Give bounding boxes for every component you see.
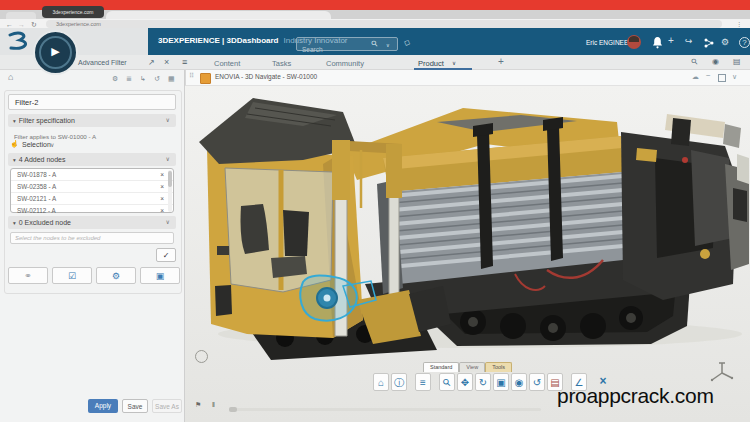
subbar-comment-icon[interactable]: ▤: [733, 57, 741, 67]
save-as-button[interactable]: Save As: [152, 399, 182, 413]
checklist-tool-button[interactable]: ☑: [52, 267, 92, 284]
viewer-tab-standard[interactable]: Standard: [423, 362, 459, 372]
panel-gear-icon[interactable]: ⚙: [112, 74, 118, 83]
close-panel-icon[interactable]: ×: [164, 57, 169, 67]
expand-panel-icon[interactable]: ↗: [148, 58, 155, 68]
added-nodes-list: SW-01878 - A× SW-02358 - A× SW-02121 - A…: [10, 168, 174, 213]
tab-tasks[interactable]: Tasks: [272, 59, 291, 68]
share-nodes-icon[interactable]: [704, 38, 714, 48]
remove-node-icon[interactable]: ×: [160, 205, 164, 216]
list-scrollbar[interactable]: [168, 170, 172, 212]
minimize-icon[interactable]: −: [706, 71, 711, 80]
engine-block: [621, 114, 749, 300]
browser-tab-stub[interactable]: [6, 12, 36, 19]
search-chevron-icon[interactable]: ∨: [386, 40, 390, 50]
confirm-check-button[interactable]: ✓: [156, 248, 176, 262]
panel-grid-icon[interactable]: ▦: [168, 74, 175, 83]
chevron-down-icon[interactable]: ∨: [166, 114, 170, 127]
node-row[interactable]: SW-02121 - A×: [11, 193, 173, 205]
watermark-text: proappcrack.com: [557, 384, 714, 408]
3d-model-drill-rig[interactable]: [185, 88, 750, 360]
caret-icon: ▾: [13, 118, 16, 124]
add-tab-icon[interactable]: +: [498, 56, 504, 67]
panel-title: Advanced Filter: [78, 59, 127, 66]
notifications-bell-icon[interactable]: [653, 37, 662, 49]
viewer-tab-view[interactable]: View: [459, 362, 485, 372]
browser-tab[interactable]: 3dexperience.com: [42, 6, 104, 18]
help-icon[interactable]: ?: [739, 37, 750, 48]
save-button[interactable]: Save: [122, 399, 148, 413]
excluded-nodes-input[interactable]: [10, 232, 174, 244]
viewer-rotate-button[interactable]: ↻: [475, 373, 491, 391]
widget-title: ENOVIA - 3D Navigate - SW-01000: [215, 73, 317, 80]
filter-spec-header[interactable]: ▾Filter specification ∨: [8, 114, 176, 127]
panel-filter-icon[interactable]: ≣: [126, 74, 132, 83]
3ds-logo: [4, 31, 32, 52]
viewer-fit-button[interactable]: ▣: [493, 373, 509, 391]
filter-name-field[interactable]: Filter-2: [8, 94, 176, 110]
apply-button[interactable]: Apply: [88, 399, 118, 413]
3dcompass-icon[interactable]: ▶: [33, 30, 78, 75]
excluded-nodes-header[interactable]: ▾0 Excluded node ∨: [8, 216, 176, 229]
timeline-flag-icon[interactable]: ⚑: [195, 401, 201, 409]
viewer-zoom-button[interactable]: ⚲: [439, 373, 455, 391]
timeline-slider[interactable]: [229, 408, 541, 411]
panel-branch-icon[interactable]: ↳: [140, 74, 146, 83]
node-row[interactable]: SW-02358 - A×: [11, 181, 173, 193]
axis-triad-icon: [709, 360, 735, 384]
added-nodes-header[interactable]: ▾4 Added nodes ∨: [8, 153, 176, 166]
gear-tool-button[interactable]: ⚙: [96, 267, 136, 284]
link-tool-button[interactable]: ⚭: [8, 267, 48, 284]
selection-label[interactable]: Selection: [22, 141, 51, 148]
user-name[interactable]: Eric ENGINEER: [586, 39, 633, 46]
share-icon[interactable]: ↪: [685, 36, 693, 46]
viewer-orbit-button[interactable]: ◉: [511, 373, 527, 391]
pause-icon[interactable]: ‖: [212, 401, 215, 408]
screen: 3dexperience.com ← → ↻ 3dexperience.com …: [0, 0, 750, 422]
enovia-badge-icon: [200, 73, 211, 84]
browser-top-bar: [0, 0, 750, 10]
filter-applies-to: Filter applies to SW-01000 - A: [14, 133, 96, 140]
ground-mode-icon[interactable]: [195, 350, 208, 363]
chevron-down-icon[interactable]: ∨: [166, 153, 170, 166]
viewer-tab-tools[interactable]: Tools: [485, 362, 512, 372]
tab-community[interactable]: Community: [326, 59, 364, 68]
remove-node-icon[interactable]: ×: [160, 181, 164, 192]
node-row[interactable]: SW-01878 - A×: [11, 169, 173, 181]
tab-content[interactable]: Content: [214, 59, 240, 68]
viewer-toolbar-tabs: Standard View Tools: [423, 362, 512, 372]
subbar-eye-icon[interactable]: ◉: [712, 57, 719, 67]
home-icon[interactable]: ⌂: [8, 73, 13, 82]
play-icon: ▶: [35, 45, 76, 58]
viewer-info-button[interactable]: ⓘ: [391, 373, 407, 391]
add-icon[interactable]: +: [668, 36, 674, 46]
viewer-home-button[interactable]: ⌂: [373, 373, 389, 391]
user-avatar[interactable]: [627, 35, 641, 49]
3d-viewport[interactable]: Standard View Tools ⌂ ⓘ ≡ ⚲ ✥ ↻ ▣ ◉ ↺ ▤ …: [185, 86, 750, 422]
global-search: [296, 37, 398, 51]
widget-chevron-icon[interactable]: ∨: [732, 72, 737, 81]
tools-icon[interactable]: ⚙: [721, 37, 729, 47]
hamburger-icon[interactable]: ≡: [182, 57, 187, 67]
chevron-down-icon[interactable]: ∨: [166, 216, 170, 229]
cloud-icon[interactable]: ☁: [692, 72, 699, 81]
widget-grip-icon[interactable]: ⠿: [189, 72, 194, 80]
viewer-turntable-button[interactable]: ↺: [529, 373, 545, 391]
selection-chevron-icon[interactable]: ∨: [50, 141, 54, 148]
remove-node-icon[interactable]: ×: [160, 193, 164, 204]
viewer-pan-button[interactable]: ✥: [457, 373, 473, 391]
maximize-icon[interactable]: [718, 74, 726, 82]
selection-hand-icon[interactable]: ☝: [10, 140, 19, 148]
viewer-tree-button[interactable]: ≡: [415, 373, 431, 391]
panel-undo-icon[interactable]: ↺: [154, 74, 160, 83]
cube-tool-button[interactable]: ▣: [140, 267, 180, 284]
search-input[interactable]: [297, 44, 372, 53]
tab-product-chevron-icon[interactable]: ∨: [452, 60, 456, 66]
brand-bold: 3DEXPERIENCE | 3DDashboard: [158, 36, 279, 45]
tab-product[interactable]: Product: [418, 59, 444, 68]
remove-node-icon[interactable]: ×: [160, 169, 164, 180]
address-bar[interactable]: 3dexperience.com: [46, 20, 722, 28]
browser-tab-active[interactable]: [106, 11, 331, 19]
